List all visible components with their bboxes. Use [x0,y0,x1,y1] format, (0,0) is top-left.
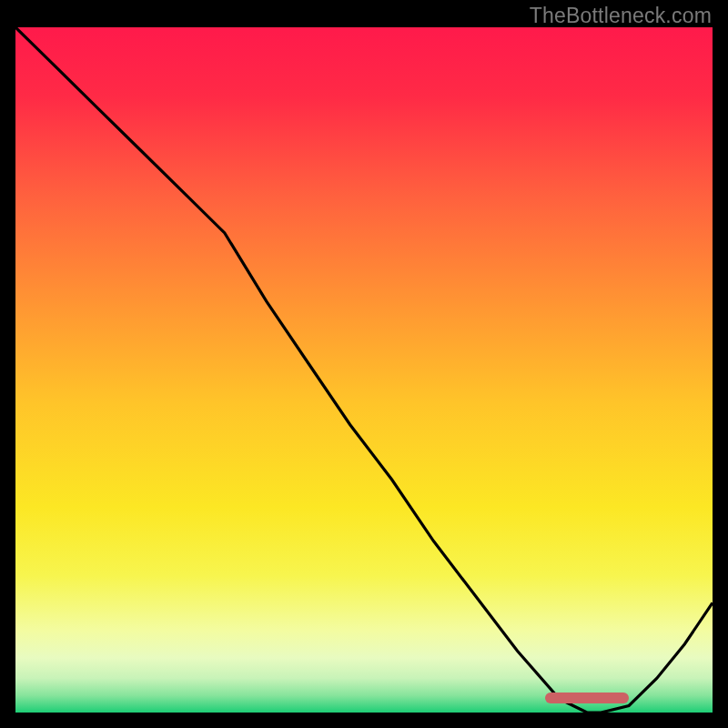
chart-optimal-marker [545,693,629,703]
chart-plot-frame [15,27,713,713]
watermark-text: TheBottleneck.com [530,4,712,28]
chart-gradient-background [15,27,713,713]
